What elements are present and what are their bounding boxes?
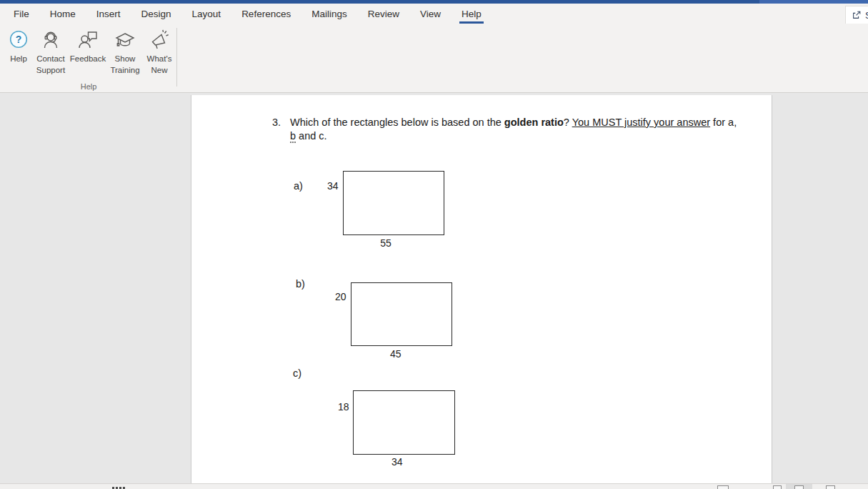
show-training-button[interactable]: Show Training: [107, 28, 143, 77]
spellcheck-marked-word: b: [290, 130, 296, 143]
tab-references[interactable]: References: [241, 4, 291, 24]
whats-new-button-label: What's New: [144, 54, 175, 76]
show-training-icon: [114, 29, 136, 51]
tab-review[interactable]: Review: [368, 4, 399, 24]
figure-c: c) 18 34: [191, 95, 772, 483]
question-text-underlined: You MUST justify your answer: [572, 117, 710, 128]
figure-c-width-value: 34: [391, 456, 403, 468]
print-layout-button[interactable]: [773, 485, 782, 489]
figure-a-height-value: 34: [327, 180, 339, 192]
feedback-icon: [77, 29, 99, 51]
question-text-segment: for a,: [710, 117, 737, 128]
ribbon-tab-bar: File Home Insert Design Layout Reference…: [0, 4, 868, 24]
figure-a-width-value: 55: [371, 237, 400, 249]
question-text-bold: golden ratio: [504, 117, 564, 128]
document-page[interactable]: 3. Which of the rectangles below is base…: [191, 95, 772, 483]
question-number: 3.: [272, 116, 281, 129]
print-layout-active-icon[interactable]: [794, 485, 804, 489]
share-icon: [852, 10, 862, 20]
feedback-button-label: Feedback: [70, 54, 106, 65]
tab-file[interactable]: File: [14, 4, 29, 24]
read-mode-button[interactable]: [717, 485, 729, 489]
question-text: Which of the rectangles below is based o…: [290, 116, 744, 142]
document-area: 3. Which of the rectangles below is base…: [0, 93, 868, 483]
figure-b-height-value: 20: [335, 291, 346, 302]
share-button-label: Sh: [865, 10, 868, 21]
figure-c-height-value: 18: [338, 401, 349, 413]
help-button[interactable]: ? Help: [4, 28, 33, 66]
ribbon-group-divider: [176, 28, 177, 87]
help-icon: ?: [8, 29, 29, 51]
word-window: File Home Insert Design Layout Reference…: [0, 0, 868, 489]
ribbon-help-tab-content: ? Help Contact Support: [0, 24, 868, 93]
tab-insert[interactable]: Insert: [96, 4, 121, 24]
ribbon-group-label-help: Help: [69, 82, 109, 91]
help-button-label: Help: [10, 54, 27, 65]
svg-text:?: ?: [16, 34, 22, 45]
question-text-segment: and c.: [296, 130, 327, 142]
figure-b-label: b): [296, 278, 305, 290]
share-button[interactable]: Sh: [845, 6, 868, 24]
figure-a: a) 34 55: [191, 95, 772, 483]
figure-a-rectangle: [343, 171, 444, 235]
tab-view[interactable]: View: [420, 4, 441, 24]
tab-help[interactable]: Help: [462, 4, 482, 24]
help-group-buttons: ? Help Contact Support: [4, 28, 176, 77]
contact-support-button[interactable]: Contact Support: [33, 28, 69, 77]
show-training-button-label: Show Training: [108, 54, 142, 76]
question-text-segment: Which of the rectangles below is based o…: [290, 117, 504, 128]
question-3: 3. Which of the rectangles below is base…: [272, 116, 744, 142]
whats-new-icon: [149, 29, 170, 51]
tab-design[interactable]: Design: [141, 4, 171, 24]
feedback-button[interactable]: Feedback: [69, 28, 107, 66]
figure-b: b) 20 45: [191, 95, 772, 483]
whats-new-button[interactable]: What's New: [143, 28, 176, 77]
figure-b-width-value: 45: [390, 348, 401, 360]
figure-b-rectangle: [351, 282, 452, 346]
figure-a-label: a): [294, 180, 303, 192]
tab-layout[interactable]: Layout: [192, 4, 221, 24]
status-bar: [0, 483, 868, 489]
contact-support-button-label: Contact Support: [34, 54, 68, 76]
tab-home[interactable]: Home: [50, 4, 76, 24]
figure-c-rectangle: [353, 390, 455, 455]
contact-support-icon: [40, 29, 61, 51]
tab-mailings[interactable]: Mailings: [311, 4, 347, 24]
web-layout-button[interactable]: [826, 485, 835, 489]
question-text-segment: ?: [564, 117, 572, 128]
figure-c-label: c): [293, 367, 301, 379]
